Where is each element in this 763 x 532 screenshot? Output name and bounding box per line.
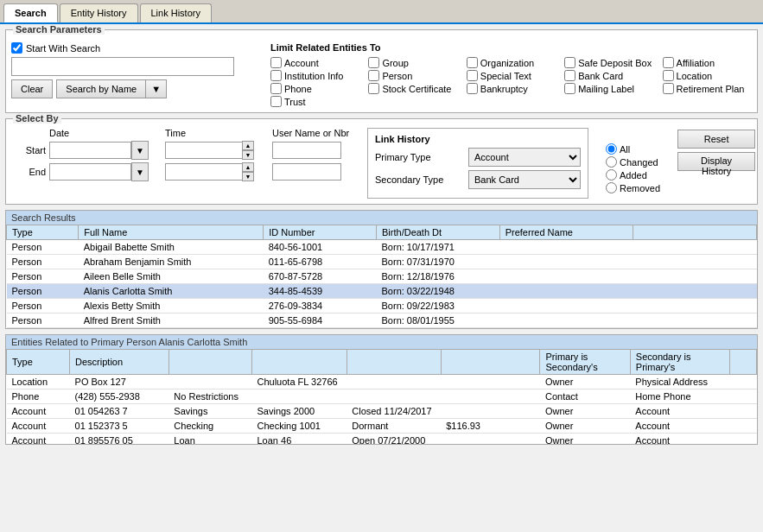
end-date-input[interactable]: 04/25/2022 (49, 163, 131, 180)
cell-id: 840-56-1001 (264, 240, 377, 255)
cb-person-check[interactable] (368, 70, 379, 81)
cb-trust-check[interactable] (270, 96, 282, 107)
cell-re-type: Phone (7, 390, 70, 404)
cell-birth: Born: 08/18/1935 (377, 328, 500, 329)
start-with-search-label: Start With Search (26, 43, 100, 54)
end-username-input[interactable] (272, 163, 341, 180)
cell-birth: Born: 03/22/1948 (377, 284, 500, 299)
start-time-spinner: ▲ ▼ (242, 141, 254, 160)
cell-pref (499, 299, 633, 314)
table-row[interactable]: Person Alexis Betty Smith 276-09-3834 Bo… (7, 299, 757, 314)
cb-organization-check[interactable] (467, 57, 478, 68)
tab-search[interactable]: Search (3, 3, 58, 22)
left-search: Start With Search smith Clear Search by … (11, 42, 253, 107)
radio-removed-input[interactable] (606, 182, 617, 193)
radio-added-input[interactable] (606, 169, 617, 180)
start-date-input[interactable]: 04/26/2021 (49, 142, 131, 159)
start-time-down[interactable]: ▼ (242, 150, 254, 160)
search-results-table: Type Full Name ID Number Birth/Death Dt … (6, 225, 757, 328)
table-row[interactable]: Person Abigail Babette Smith 840-56-1001… (7, 240, 757, 255)
cell-fullname: Alexis Betty Smith (79, 299, 264, 314)
related-entities-table-container[interactable]: Type Description Primary is Secondary's … (6, 349, 757, 444)
radio-changed-input[interactable] (606, 156, 617, 168)
cell-re-desc1: 01 895576 05 (70, 434, 169, 445)
cell-pref (499, 240, 633, 255)
cell-re-desc5: $116.93 (441, 419, 540, 434)
cell-pref (499, 328, 633, 329)
cell-re-desc4: Dormant (347, 419, 441, 434)
cb-mailing-label-check[interactable] (564, 83, 575, 94)
cb-retirement-plan-check[interactable] (663, 83, 674, 94)
start-with-search-checkbox[interactable] (11, 42, 22, 54)
cb-bank-card-check[interactable] (564, 70, 575, 81)
col-header-fullname: Full Name (79, 225, 264, 240)
tab-link-history[interactable]: Link History (140, 3, 212, 22)
cb-affiliation-check[interactable] (663, 57, 674, 68)
search-by-name-button[interactable]: Search by Name (56, 79, 145, 98)
cell-extra (633, 240, 757, 255)
cell-birth: Born: 07/31/1970 (377, 255, 500, 269)
start-time-up[interactable]: ▲ (242, 141, 254, 150)
end-time-up[interactable]: ▲ (242, 162, 254, 172)
table-row[interactable]: Person Alfred Brent Smith 905-55-6984 Bo… (7, 314, 757, 328)
radio-changed-label: Changed (620, 157, 658, 168)
cell-re-desc4 (347, 375, 441, 390)
search-params-section: Search Parameters Start With Search smit… (5, 29, 758, 113)
cb-bankruptcy: Bankruptcy (467, 83, 556, 94)
search-input[interactable]: smith (11, 57, 234, 76)
search-by-name-dropdown-arrow[interactable]: ▼ (145, 79, 167, 98)
list-item[interactable]: Account 01 152373 5 Checking Checking 10… (7, 419, 757, 434)
start-date-dropdown[interactable]: ▼ (131, 141, 149, 160)
list-item[interactable]: Account 01 054263 7 Savings Savings 2000… (7, 404, 757, 419)
end-date-dropdown[interactable]: ▼ (131, 162, 149, 181)
display-history-button[interactable]: Display History (677, 152, 755, 171)
start-time-input[interactable]: 12:00:00 AM (165, 142, 243, 159)
secondary-type-select[interactable]: Bank Card (468, 170, 581, 189)
tab-entity-history[interactable]: Entity History (60, 3, 138, 22)
clear-button[interactable]: Clear (11, 79, 53, 98)
link-history-box-label: Link History (375, 134, 581, 144)
table-row[interactable]: Person Abraham Benjamin Smith 011-65-679… (7, 255, 757, 269)
primary-type-label: Primary Type (375, 152, 461, 162)
cell-fullname: Abigail Babette Smith (79, 240, 264, 255)
radio-added: Added (606, 169, 660, 180)
radio-all: All (606, 143, 660, 155)
cb-phone-check[interactable] (270, 83, 282, 94)
start-username-input[interactable] (272, 142, 341, 159)
cb-account-check[interactable] (270, 57, 282, 68)
end-time-down[interactable]: ▼ (242, 172, 254, 181)
cell-re-desc5 (441, 434, 540, 445)
cb-organization: Organization (467, 57, 556, 68)
cb-institution-info-check[interactable] (270, 70, 282, 81)
reset-button[interactable]: Reset (677, 130, 755, 149)
list-item[interactable]: Phone (428) 555-2938 No Restrictions Con… (7, 390, 757, 404)
cell-re-extra (729, 390, 756, 404)
right-search: Limit Related Entities To Account Group … (270, 42, 752, 107)
table-row[interactable]: Person Amber Smith 180-16-3856 Born: 08/… (7, 328, 757, 329)
primary-type-select[interactable]: Account (468, 148, 581, 167)
table-row[interactable]: Person Alanis Carlotta Smith 344-85-4539… (7, 284, 757, 299)
cell-re-desc1: 01 152373 5 (70, 419, 169, 434)
cb-bankruptcy-check[interactable] (467, 83, 478, 94)
cb-group-check[interactable] (368, 57, 379, 68)
list-item[interactable]: Account 01 895576 05 Loan Loan 46 Open 0… (7, 434, 757, 445)
cell-extra (633, 284, 757, 299)
cb-special-text-check[interactable] (467, 70, 478, 81)
secondary-type-row: Secondary Type Bank Card (375, 170, 581, 189)
search-results-table-container[interactable]: Type Full Name ID Number Birth/Death Dt … (6, 225, 757, 328)
search-params-inner: Start With Search smith Clear Search by … (11, 39, 752, 107)
start-time-combo: 12:00:00 AM ▲ ▼ (165, 141, 251, 160)
table-row[interactable]: Person Aileen Belle Smith 670-87-5728 Bo… (7, 269, 757, 284)
radio-all-input[interactable] (606, 143, 617, 155)
list-item[interactable]: Location PO Box 127 Chuluota FL 32766 Ow… (7, 375, 757, 390)
cell-re-secondary-pri: Account (630, 419, 729, 434)
end-time-input[interactable]: 11:59:59 PM (165, 163, 243, 180)
cell-fullname: Abraham Benjamin Smith (79, 255, 264, 269)
cb-stock-cert-check[interactable] (368, 83, 379, 94)
col-header-re-type: Type (7, 350, 70, 375)
col-header-re-desc5 (441, 350, 540, 375)
cb-safe-deposit-check[interactable] (564, 57, 575, 68)
cb-location-check[interactable] (663, 70, 674, 81)
cell-re-desc4 (347, 390, 441, 404)
end-date-combo: 04/25/2022 ▼ (49, 162, 144, 181)
